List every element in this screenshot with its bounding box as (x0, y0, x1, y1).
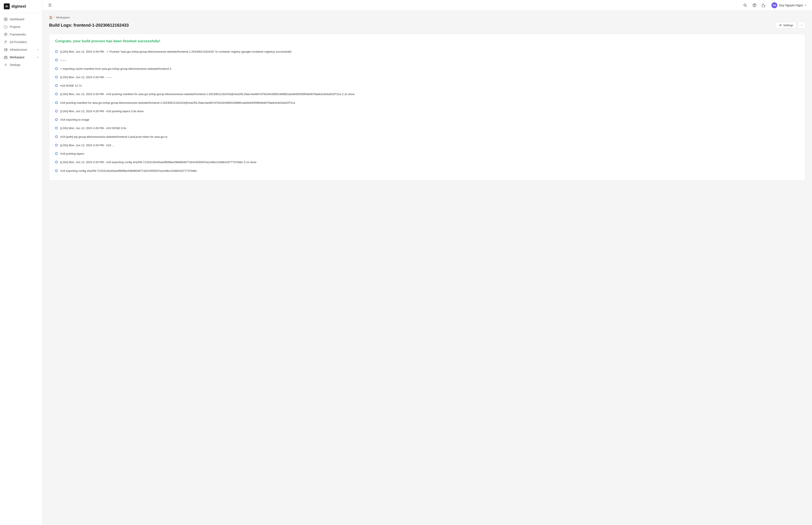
sidebar-item-frameworks[interactable]: Frameworks (0, 31, 42, 38)
sidebar-item-workspace[interactable]: Workspace ▾ (0, 54, 42, 61)
log-text: #18 pushing manifest for asia.gcr.io/top… (60, 101, 295, 105)
workspace-chevron-icon: ▾ (37, 56, 38, 59)
log-item: #18 exporting config sha256:71310c26cb5a… (55, 167, 799, 175)
sidebar-item-workspace-label: Workspace (10, 56, 25, 59)
logo-icon: dx (4, 3, 10, 9)
search-button[interactable] (742, 2, 749, 9)
git-icon (4, 40, 8, 44)
svg-point-17 (754, 6, 755, 6)
svg-point-6 (5, 43, 5, 43)
svg-rect-1 (6, 18, 7, 19)
log-text: #18 DONE 12.7s (60, 84, 82, 88)
log-bullet (55, 118, 58, 121)
log-list: [LOG] Mon, Jun 12, 2023 4:26 PM - ✓ Push… (55, 47, 799, 175)
breadcrumb: 🏠 / Workspace (49, 16, 805, 19)
log-text: ------ (60, 58, 66, 62)
sidebar-item-infrastructure[interactable]: Infrastructure ▾ (0, 46, 42, 54)
log-bullet (55, 84, 58, 87)
log-item: [LOG] Mon, Jun 12, 2023 4:26 PM - ✓ Push… (55, 47, 799, 56)
success-message: Congrats, your build process has been fi… (55, 39, 799, 43)
log-item: #18 pushing manifest for asia.gcr.io/top… (55, 99, 799, 107)
log-bullet (55, 76, 58, 78)
svg-rect-0 (4, 18, 5, 19)
build-logs-panel: Congrats, your build process has been fi… (49, 34, 805, 180)
sidebar-item-dashboard[interactable]: Dashboard (0, 15, 42, 23)
svg-rect-3 (6, 19, 7, 21)
log-text: #19 [auth] top-group-k8s/oneonesix-websi… (60, 135, 168, 139)
log-item: #18 DONE 12.7s (55, 81, 799, 90)
log-bullet (55, 68, 58, 70)
breadcrumb-separator: / (54, 16, 55, 19)
breadcrumb-workspace: Workspace (56, 16, 70, 19)
log-text: [LOG] Mon, Jun 12, 2023 4:26 PM - #18 pu… (60, 92, 354, 96)
user-name: Duy Nguyen Ngoc (779, 4, 803, 7)
sidebar-nav: Dashboard Projects Frameworks (0, 13, 42, 525)
log-bullet (55, 110, 58, 112)
log-item: #19 [auth] top-group-k8s/oneonesix-websi… (55, 133, 799, 141)
svg-point-9 (6, 49, 7, 49)
log-item: [LOG] Mon, Jun 12, 2023 4:26 PM - #18 ex… (55, 158, 799, 166)
log-text: #18 pushing layers (60, 152, 84, 156)
log-item: [LOG] Mon, Jun 12, 2023 4:26 PM - #18 pu… (55, 90, 799, 99)
main-panel: ☰ DN Duy Nguyen Ngoc ▾ (42, 0, 812, 525)
help-button[interactable] (751, 2, 758, 9)
header-actions: Settings ··· (776, 21, 805, 29)
sidebar-item-dashboard-label: Dashboard (10, 17, 24, 21)
log-text: [LOG] Mon, Jun 12, 2023 4:26 PM - #19 DO… (60, 126, 126, 130)
log-bullet (55, 152, 58, 155)
log-item: > importing cache manifest from asia.gcr… (55, 65, 799, 73)
more-button[interactable]: ··· (798, 21, 805, 29)
page-title: Build Logs: frontend-1-20230612162433 (49, 23, 129, 28)
sidebar-item-frameworks-label: Frameworks (10, 33, 26, 36)
content-area: 🏠 / Workspace Build Logs: frontend-1-202… (42, 11, 812, 525)
topbar: ☰ DN Duy Nguyen Ngoc ▾ (42, 0, 812, 11)
sidebar-item-settings[interactable]: Settings (0, 61, 42, 69)
gear-icon (4, 63, 8, 67)
infrastructure-chevron-icon: ▾ (37, 49, 38, 51)
home-icon[interactable]: 🏠 (49, 16, 53, 19)
hamburger-button[interactable]: ☰ (46, 2, 53, 9)
log-bullet (55, 101, 58, 104)
user-menu-chevron-icon: ▾ (805, 4, 806, 7)
log-bullet (55, 144, 58, 146)
sidebar-item-settings-label: Settings (10, 63, 20, 66)
svg-point-14 (744, 4, 746, 6)
log-item: [LOG] Mon, Jun 12, 2023 4:26 PM - #18 pu… (55, 107, 799, 116)
svg-line-15 (746, 6, 747, 7)
page-header: Build Logs: frontend-1-20230612162433 Se… (49, 21, 805, 29)
log-bullet (55, 93, 58, 95)
logo[interactable]: dx diginext (0, 0, 42, 13)
settings-button[interactable]: Settings (776, 22, 796, 29)
svg-point-13 (5, 64, 6, 65)
log-bullet (55, 169, 58, 172)
log-item: ------ (55, 56, 799, 64)
dark-mode-button[interactable] (760, 2, 767, 9)
log-item: [LOG] Mon, Jun 12, 2023 4:26 PM - #19 DO… (55, 124, 799, 133)
briefcase-icon (4, 55, 8, 59)
log-text: #18 exporting config sha256:71310c26cb5a… (60, 169, 197, 173)
log-text: [LOG] Mon, Jun 12, 2023 4:26 PM - ------ (60, 75, 112, 79)
avatar: DN (771, 2, 777, 8)
logo-text: diginext (11, 4, 26, 9)
svg-point-4 (5, 41, 5, 42)
sidebar-item-projects[interactable]: Projects (0, 23, 42, 31)
log-text: > importing cache manifest from asia.gcr… (60, 67, 172, 71)
log-bullet (55, 161, 58, 163)
log-item: [LOG] Mon, Jun 12, 2023 4:26 PM - ------ (55, 73, 799, 81)
log-text: #18 exporting to image (60, 118, 89, 122)
log-text: [LOG] Mon, Jun 12, 2023 4:26 PM - #18 pu… (60, 109, 144, 114)
log-text: [LOG] Mon, Jun 12, 2023 4:26 PM - #18 ..… (60, 143, 114, 148)
grid-icon (4, 17, 8, 21)
box-icon (4, 32, 8, 36)
log-bullet (55, 50, 58, 53)
svg-rect-2 (4, 19, 5, 21)
sidebar-item-projects-label: Projects (10, 25, 20, 29)
folder-icon (4, 25, 8, 29)
log-item: #18 exporting to image (55, 116, 799, 124)
log-text: [LOG] Mon, Jun 12, 2023 4:26 PM - #18 ex… (60, 160, 257, 164)
sidebar-item-git-providers[interactable]: Git Providers (0, 38, 42, 46)
log-text: [LOG] Mon, Jun 12, 2023 4:26 PM - ✓ Push… (60, 50, 292, 54)
user-menu[interactable]: DN Duy Nguyen Ngoc ▾ (770, 1, 808, 9)
log-bullet (55, 127, 58, 129)
settings-icon (779, 24, 782, 27)
